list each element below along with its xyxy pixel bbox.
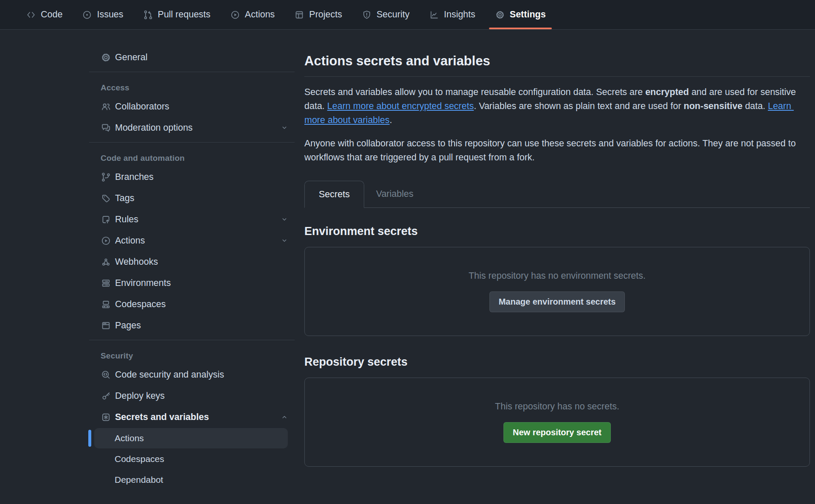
sidebar-subitem-dependabot[interactable]: Dependabot [89,470,295,490]
nav-tab-label: Insights [444,9,475,20]
sidebar-item-label: Collaborators [115,101,169,112]
comment-discussion-icon [101,123,111,133]
settings-layout: General Access Collaborators Moderation … [0,30,815,490]
key-asterisk-icon [101,412,111,423]
sidebar-item-environments[interactable]: Environments [89,272,295,294]
tag-icon [101,193,111,204]
sidebar-item-moderation-options[interactable]: Moderation options [89,117,295,138]
sidebar-item-pages[interactable]: Pages [89,315,295,336]
nav-tab-pull-requests[interactable]: Pull requests [133,0,220,29]
selected-accent-bar [88,430,91,447]
nav-tab-security[interactable]: Security [352,0,419,29]
manage-environment-secrets-button[interactable]: Manage environment secrets [489,291,625,312]
chevron-down-icon [280,215,289,224]
sidebar-item-codespaces[interactable]: Codespaces [89,294,295,315]
chevron-down-icon [280,123,289,132]
sidebar-item-secrets-and-variables[interactable]: Secrets and variables [89,406,295,428]
environment-secrets-empty-text: This repository has no environment secre… [469,271,646,281]
nav-tab-label: Pull requests [158,9,211,20]
sidebar-item-label: Tags [115,193,134,204]
sidebar-item-collaborators[interactable]: Collaborators [89,96,295,117]
sidebar-item-webhooks[interactable]: Webhooks [89,251,295,272]
sidebar-item-label: Moderation options [115,123,193,133]
people-icon [101,101,111,112]
nav-tab-label: Projects [309,9,342,20]
git-branch-icon [101,172,111,182]
sidebar-item-label: Branches [115,172,154,182]
play-icon [230,10,240,20]
sidebar-item-general[interactable]: General [89,47,295,68]
collaborator-note: Anyone with collaborator access to this … [304,137,810,165]
sidebar-section-title-access: Access [89,72,295,96]
key-icon [101,391,111,401]
sidebar-subitem-actions[interactable]: Actions [89,428,295,448]
server-icon [101,278,111,288]
sidebar-item-label: Environments [115,278,171,288]
repository-secrets-heading: Repository secrets [304,356,810,369]
code-scan-icon [101,370,111,380]
intro-text: data. [742,101,768,111]
code-icon [26,10,36,20]
sidebar-item-label: Deploy keys [115,391,165,401]
environment-secrets-box: This repository has no environment secre… [304,247,810,336]
tab-secrets[interactable]: Secrets [304,181,364,208]
intro-text: . Variables are shown as plain text and … [474,101,683,111]
sidebar-subitem-label: Codespaces [94,449,288,469]
play-icon [101,235,111,246]
sidebar-section-title-security: Security [89,340,295,364]
issue-opened-icon [82,10,92,20]
nav-tab-label: Issues [97,9,123,20]
intro-bold-encrypted: encrypted [645,87,689,97]
sidebar-subitem-label: Dependabot [94,470,288,490]
webhook-icon [101,257,111,267]
gear-icon [101,52,111,63]
nav-tab-label: Actions [245,9,275,20]
intro-paragraph: Secrets and variables allow you to manag… [304,85,810,127]
sidebar-item-label: Codespaces [115,299,166,310]
sidebar-subitem-label: Actions [94,428,288,448]
table-icon [294,10,304,20]
sidebar-item-label: Rules [115,214,138,225]
main-content: Actions secrets and variables Secrets an… [304,47,810,490]
sidebar-item-actions[interactable]: Actions [89,230,295,251]
nav-tab-settings[interactable]: Settings [485,0,556,29]
sidebar-subitem-codespaces[interactable]: Codespaces [89,449,295,469]
tab-variables[interactable]: Variables [364,181,425,207]
intro-bold-non-sensitive: non-sensitive [684,101,743,111]
sidebar-item-tags[interactable]: Tags [89,188,295,209]
settings-sidebar: General Access Collaborators Moderation … [89,47,295,490]
rules-icon [101,214,111,225]
repository-secrets-box: This repository has no secrets. New repo… [304,378,810,467]
page-title: Actions secrets and variables [304,53,810,77]
link-encrypted-secrets[interactable]: Learn more about encrypted secrets [327,101,474,111]
codespaces-icon [101,299,111,310]
nav-tab-actions[interactable]: Actions [220,0,285,29]
sidebar-section-title-code-automation: Code and automation [89,143,295,166]
new-repository-secret-button[interactable]: New repository secret [503,422,611,443]
intro-text: . [390,115,392,125]
git-pull-request-icon [143,10,153,20]
sidebar-item-label: Pages [115,320,141,331]
nav-tab-insights[interactable]: Insights [419,0,485,29]
nav-tab-projects[interactable]: Projects [284,0,352,29]
secrets-variables-tabbar: Secrets Variables [304,181,810,208]
sidebar-item-branches[interactable]: Branches [89,166,295,188]
sidebar-item-label: Webhooks [115,257,158,267]
nav-tab-code[interactable]: Code [16,0,72,29]
graph-icon [429,10,439,20]
sidebar-item-label: General [115,52,148,63]
nav-tab-issues[interactable]: Issues [72,0,133,29]
repo-nav: Code Issues Pull requests Actions Projec… [0,0,815,30]
sidebar-item-label: Code security and analysis [115,370,224,380]
sidebar-item-label: Secrets and variables [115,412,209,423]
sidebar-item-deploy-keys[interactable]: Deploy keys [89,385,295,406]
nav-tab-label: Code [41,9,62,20]
nav-tab-label: Security [377,9,410,20]
browser-icon [101,320,111,331]
sidebar-item-code-security[interactable]: Code security and analysis [89,364,295,385]
intro-text: Secrets and variables allow you to manag… [304,87,645,97]
gear-icon [495,10,505,20]
sidebar-item-rules[interactable]: Rules [89,209,295,230]
nav-tab-label: Settings [510,9,546,20]
sidebar-item-label: Actions [115,235,145,246]
